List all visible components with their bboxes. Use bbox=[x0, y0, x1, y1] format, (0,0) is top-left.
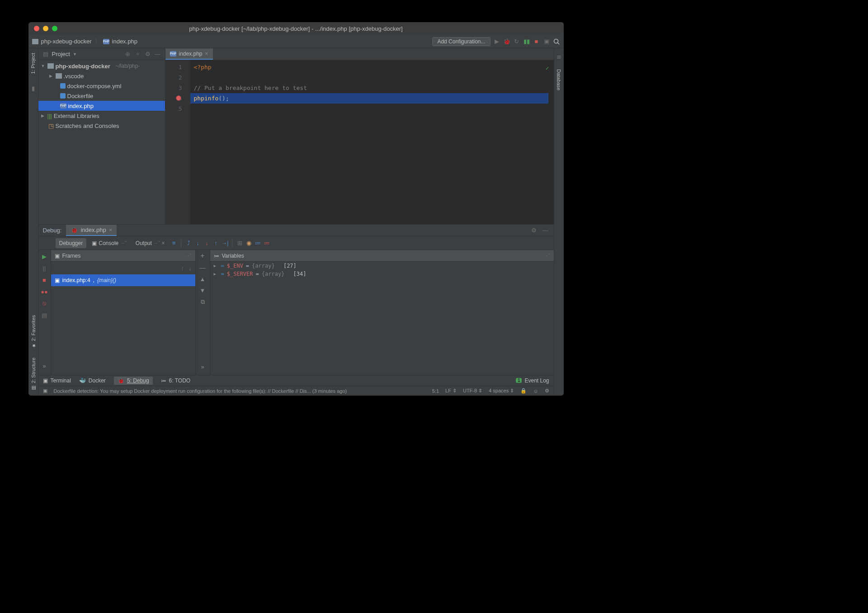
favorites-tool-button[interactable]: ★2: Favorites bbox=[30, 315, 36, 349]
structure-tool-button[interactable]: ▤2: Structure bbox=[30, 358, 36, 391]
debug-tab[interactable]: 🐞5: Debug bbox=[114, 377, 153, 385]
stop-icon[interactable]: ■ bbox=[41, 276, 48, 283]
code-area[interactable]: 123 4 5 <?php // Put a breakpoint here t… bbox=[165, 60, 554, 224]
new-watch-icon[interactable]: ≔ bbox=[263, 240, 270, 247]
editor-tabs: PHP index.php × bbox=[165, 48, 554, 60]
run-anything-icon[interactable]: ▣ bbox=[543, 38, 550, 45]
search-icon[interactable] bbox=[553, 38, 560, 45]
docker-icon bbox=[60, 93, 66, 99]
line-ending[interactable]: LF ⇕ bbox=[445, 388, 457, 394]
breakpoint-icon[interactable] bbox=[176, 95, 181, 101]
frames-header: ▣ Frames →" bbox=[51, 250, 195, 262]
tree-file-index[interactable]: PHP index.php bbox=[38, 101, 165, 111]
step-into-icon[interactable]: ↓ bbox=[194, 240, 201, 247]
variable-env[interactable]: ▶≔ $_ENV = {array} [27] bbox=[210, 262, 554, 270]
tree-scratches[interactable]: ◳ Scratches and Consoles bbox=[38, 121, 165, 131]
navigation-bar: php-xdebug-docker 〉 PHP index.php Add Co… bbox=[28, 35, 564, 48]
debug-icon[interactable]: 🐞 bbox=[503, 38, 510, 45]
trace-icon[interactable]: ◉ bbox=[245, 240, 252, 247]
up-icon[interactable]: ▲ bbox=[200, 276, 206, 283]
left-tool-rail: 1: Project ▮ ★2: Favorites ▤2: Structure bbox=[28, 48, 38, 396]
maximize-window[interactable] bbox=[52, 26, 57, 31]
mute-breakpoints-icon[interactable]: ⦸ bbox=[41, 300, 48, 307]
todo-tab[interactable]: ≔6: TODO bbox=[161, 377, 191, 384]
event-log-tab[interactable]: 1Event Log bbox=[516, 377, 549, 384]
terminal-tab[interactable]: ▣Terminal bbox=[43, 377, 71, 384]
tree-external-libs[interactable]: ▶||| External Libraries bbox=[38, 111, 165, 121]
debug-header: Debug: 🐞 index.php × ⚙ — bbox=[38, 225, 554, 236]
remove-watch-icon[interactable]: — bbox=[200, 264, 206, 271]
add-watch-icon[interactable]: + bbox=[200, 252, 204, 260]
docker-tab[interactable]: 🐳Docker bbox=[79, 377, 106, 384]
layout-icon[interactable]: ▤ bbox=[41, 311, 48, 319]
next-frame-icon[interactable]: ↓ bbox=[189, 265, 192, 272]
indent[interactable]: 4 spaces ⇕ bbox=[489, 388, 514, 394]
yaml-icon bbox=[60, 83, 66, 89]
inspection-ok-icon[interactable]: ✓ bbox=[546, 63, 549, 73]
settings-icon[interactable]: ⚙ bbox=[545, 388, 549, 394]
resume-icon[interactable]: ▶ bbox=[41, 253, 48, 260]
profile-icon[interactable]: ▮▮ bbox=[523, 38, 530, 45]
coverage-icon[interactable]: ↻ bbox=[513, 38, 520, 45]
debug-session-tab[interactable]: 🐞 index.php × bbox=[66, 225, 117, 236]
output-tab[interactable]: Output→"× bbox=[132, 238, 169, 248]
inspector-icon[interactable]: ☺ bbox=[533, 388, 538, 394]
locate-icon[interactable]: ⊕ bbox=[124, 51, 132, 58]
code-content[interactable]: <?php // Put a breakpoint here to test p… bbox=[190, 60, 554, 224]
folder-icon bbox=[47, 63, 54, 69]
tree-root[interactable]: ▼ php-xdebug-docker ~/lab/php- bbox=[38, 61, 165, 71]
watches-icon[interactable]: ≔ bbox=[254, 240, 261, 247]
breadcrumb[interactable]: php-xdebug-docker 〉 PHP index.php bbox=[32, 38, 137, 46]
database-icon[interactable]: ≣ bbox=[555, 53, 562, 60]
close-icon[interactable]: × bbox=[109, 226, 113, 233]
step-over-icon[interactable]: ⤴ bbox=[185, 240, 192, 247]
minimize-window[interactable] bbox=[43, 26, 48, 31]
database-tool-button[interactable]: Database bbox=[556, 69, 561, 90]
debugger-tab[interactable]: Debugger bbox=[56, 238, 87, 248]
svg-point-0 bbox=[554, 39, 558, 43]
hide-icon[interactable]: — bbox=[542, 227, 549, 234]
show-execution-icon[interactable]: ≡ bbox=[170, 240, 177, 247]
console-tab[interactable]: ▣Console→" bbox=[88, 238, 130, 248]
tool-window-icon[interactable]: ▣ bbox=[43, 388, 47, 394]
stack-frame[interactable]: ▣ index.php:4, {main}() bbox=[51, 274, 195, 286]
project-sidebar: ▤ Project ▼ ⊕ ÷ ⚙ — ▼ php-xdebug-docker … bbox=[38, 48, 165, 224]
view-mode-icon[interactable]: ▤ bbox=[42, 51, 49, 58]
stop-icon[interactable]: ■ bbox=[533, 38, 540, 45]
encoding[interactable]: UTF-8 ⇕ bbox=[463, 388, 482, 394]
hide-icon[interactable]: — bbox=[154, 51, 161, 58]
lock-icon[interactable]: 🔒 bbox=[520, 388, 527, 394]
evaluate-icon[interactable]: ⊞ bbox=[236, 240, 243, 247]
force-step-into-icon[interactable]: ↓ bbox=[203, 240, 210, 247]
status-message[interactable]: Dockerfile detection: You may setup Dock… bbox=[54, 388, 426, 394]
copy-icon[interactable]: ⧉ bbox=[201, 298, 205, 306]
editor-tab-index[interactable]: PHP index.php × bbox=[165, 48, 213, 60]
run-icon[interactable]: ▶ bbox=[493, 38, 500, 45]
more-icon[interactable]: » bbox=[42, 363, 46, 369]
tree-folder-vscode[interactable]: ▶ .vscode bbox=[38, 71, 165, 81]
gutter[interactable]: 123 4 5 bbox=[165, 60, 190, 224]
add-configuration-button[interactable]: Add Configuration... bbox=[432, 37, 490, 46]
more-icon[interactable]: » bbox=[201, 363, 204, 370]
pause-icon[interactable]: || bbox=[41, 264, 48, 272]
variable-server[interactable]: ▶≔ $_SERVER = {array} [34] bbox=[210, 270, 554, 278]
bookmarks-icon[interactable]: ▮ bbox=[29, 85, 37, 92]
step-out-icon[interactable]: ↑ bbox=[212, 240, 219, 247]
frame-icon: ▣ bbox=[55, 277, 60, 283]
view-breakpoints-icon[interactable]: ●● bbox=[41, 288, 48, 295]
cursor-position[interactable]: 5:1 bbox=[432, 388, 439, 394]
frames-icon: ▣ bbox=[55, 253, 60, 259]
gear-icon[interactable]: ⚙ bbox=[530, 227, 538, 234]
prev-frame-icon[interactable]: ↑ bbox=[181, 265, 184, 272]
run-to-cursor-icon[interactable]: →| bbox=[221, 240, 228, 247]
close-window[interactable] bbox=[34, 26, 39, 31]
gear-icon[interactable]: ⚙ bbox=[144, 51, 151, 58]
project-tool-button[interactable]: 1: Project bbox=[30, 53, 36, 74]
debug-label: Debug: bbox=[43, 227, 62, 234]
close-icon[interactable]: × bbox=[205, 51, 208, 57]
todo-icon: ≔ bbox=[161, 377, 166, 384]
tree-file-dockerfile[interactable]: Dockerfile bbox=[38, 91, 165, 101]
tree-file-compose[interactable]: docker-compose.yml bbox=[38, 81, 165, 91]
down-icon[interactable]: ▼ bbox=[200, 287, 206, 294]
expand-icon[interactable]: ÷ bbox=[134, 51, 142, 58]
